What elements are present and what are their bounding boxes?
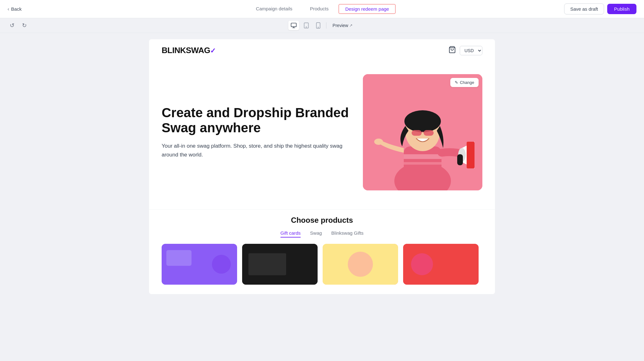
svg-rect-15 [424, 130, 434, 136]
product-card-2[interactable] [242, 244, 318, 285]
svg-rect-25 [248, 253, 286, 275]
desktop-icon [291, 22, 297, 29]
tablet-view-button[interactable] [301, 21, 312, 30]
logo-blink: BLINK [162, 46, 186, 55]
product-card-4-image [403, 244, 479, 285]
svg-point-17 [374, 139, 383, 145]
preview-button[interactable]: Preview ↗ [330, 21, 356, 30]
preview-external-icon: ↗ [349, 23, 353, 28]
header-right: USD [448, 46, 482, 55]
hero-section: Create and Dropship Branded Swag anywher… [149, 62, 495, 209]
product-card-3[interactable] [323, 244, 398, 285]
toolbar: ↺ ↻ Preview ↗ [0, 18, 644, 33]
logo: BLINKSWAG✓ [162, 46, 216, 55]
back-label: Back [11, 6, 21, 12]
tab-gift-cards[interactable]: Gift cards [280, 230, 301, 238]
svg-point-2 [306, 27, 307, 27]
svg-point-29 [411, 253, 433, 275]
products-section: Choose products Gift cards Swag Blinkswa… [149, 209, 495, 294]
redo-button[interactable]: ↻ [20, 20, 29, 30]
canvas-header: BLINKSWAG✓ USD [149, 39, 495, 62]
toolbar-devices: Preview ↗ [288, 21, 356, 30]
back-arrow-icon: ‹ [8, 6, 9, 12]
nav-tabs: Campaign details Products Design redeem … [247, 0, 397, 18]
back-button[interactable]: ‹ Back [8, 6, 22, 12]
redo-icon: ↻ [22, 22, 27, 29]
products-grid [162, 244, 482, 285]
mobile-view-button[interactable] [314, 21, 323, 30]
toolbar-separator [326, 22, 326, 29]
hero-text: Create and Dropship Branded Swag anywher… [162, 105, 350, 160]
svg-point-27 [348, 252, 373, 277]
svg-rect-9 [404, 154, 441, 159]
undo-icon: ↺ [10, 22, 14, 29]
tab-blinkswag-gifts[interactable]: Blinkswag Gifts [331, 230, 364, 238]
logo-checkmark-icon: ✓ [210, 47, 216, 55]
canvas-area: BLINKSWAG✓ USD Create and Dropship Brand… [0, 33, 644, 356]
product-card-4[interactable] [403, 244, 479, 285]
hero-subtitle: Your all-in one swag platform. Shop, sto… [162, 142, 350, 159]
tablet-icon [303, 22, 309, 29]
svg-rect-0 [291, 23, 296, 27]
logo-swag: SWAG [186, 46, 210, 55]
nav-actions: Save as draft Publish [564, 3, 636, 14]
svg-rect-8 [404, 146, 441, 184]
svg-rect-22 [166, 250, 192, 266]
product-card-1-image [162, 244, 237, 285]
product-card-1[interactable] [162, 244, 237, 285]
product-card-2-image [242, 244, 318, 285]
svg-point-13 [404, 110, 441, 132]
page-canvas: BLINKSWAG✓ USD Create and Dropship Brand… [149, 39, 495, 294]
publish-button[interactable]: Publish [607, 4, 636, 14]
undo-button[interactable]: ↺ [8, 20, 17, 30]
mobile-icon [316, 22, 321, 29]
currency-select[interactable]: USD [460, 46, 482, 55]
svg-point-23 [212, 255, 231, 274]
products-title: Choose products [162, 216, 482, 225]
svg-rect-10 [404, 162, 441, 165]
cart-button[interactable] [448, 46, 456, 55]
top-nav: ‹ Back Campaign details Products Design … [0, 0, 644, 18]
tab-design[interactable]: Design redeem page [339, 4, 396, 14]
tab-products[interactable]: Products [301, 0, 337, 18]
toolbar-history: ↺ ↻ [8, 20, 29, 30]
hero-image: ✎ Change [363, 74, 482, 190]
svg-rect-20 [467, 142, 475, 168]
desktop-view-button[interactable] [288, 21, 299, 30]
preview-label: Preview [333, 23, 348, 28]
save-draft-button[interactable]: Save as draft [564, 3, 604, 14]
hero-image-container: ✎ Change [363, 74, 482, 190]
tab-swag[interactable]: Swag [310, 230, 322, 238]
svg-rect-14 [412, 130, 422, 136]
tab-campaign[interactable]: Campaign details [247, 0, 301, 18]
svg-rect-19 [457, 154, 463, 165]
hero-title: Create and Dropship Branded Swag anywher… [162, 105, 350, 136]
hero-illustration [363, 74, 482, 190]
cart-icon [448, 46, 456, 53]
product-card-3-image [323, 244, 398, 285]
products-tabs: Gift cards Swag Blinkswag Gifts [162, 230, 482, 238]
edit-pencil-icon: ✎ [455, 80, 458, 85]
change-image-button[interactable]: ✎ Change [450, 78, 479, 87]
svg-point-4 [318, 27, 319, 28]
